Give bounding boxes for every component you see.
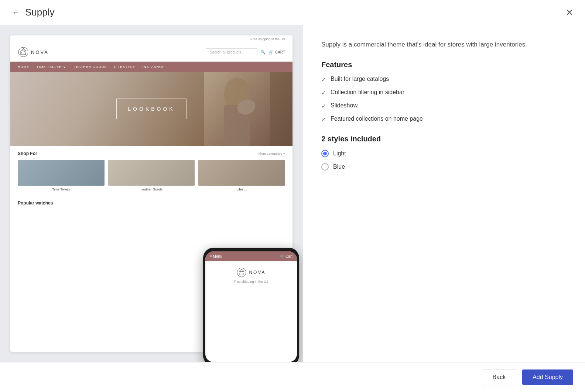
popular-title: Popular watches: [18, 200, 53, 206]
style-label-light: Light: [333, 150, 346, 157]
feature-item: ✓ Slideshow: [321, 102, 567, 110]
more-categories[interactable]: More categories +: [259, 152, 285, 155]
nav-timeteller[interactable]: TIME TELLER ∨: [37, 65, 66, 69]
section-header: Shop For More categories +: [18, 151, 285, 156]
feature-text: Collection filtering in sidebar: [331, 89, 404, 96]
feature-text: Built for large catalogs: [331, 76, 389, 82]
style-option-blue[interactable]: Blue: [321, 163, 567, 171]
phone-nav-bar: ≡ Menu 🛒 Cart: [205, 251, 292, 261]
cart-label: CART: [275, 50, 285, 54]
category-item: Leather Goods: [108, 160, 195, 191]
hero-text: LOOKBOOK: [128, 106, 175, 112]
svg-line-4: [23, 48, 26, 55]
nova-hero: LOOKBOOK: [10, 72, 292, 146]
close-icon[interactable]: ✕: [566, 8, 573, 17]
nova-nav: HOME TIME TELLER ∨ LEATHER GOODS LIFESTY…: [10, 62, 292, 72]
phone-logo-row: NOVA: [211, 267, 291, 278]
feature-text: Slideshow: [331, 102, 358, 109]
category-image-2: [108, 160, 195, 186]
phone-screen: ≡ Menu 🛒 Cart: [205, 251, 292, 352]
theme-description: Supply is a commercial theme that's idea…: [321, 40, 567, 49]
check-icon: ✓: [321, 76, 326, 83]
footer: Back Add Supply: [0, 362, 585, 392]
phone-shipping: Free shipping in the US: [211, 280, 291, 283]
phone-logo-text: NOVA: [249, 270, 266, 275]
category-label-2: Leather Goods: [108, 188, 195, 191]
svg-line-3: [21, 48, 23, 55]
nova-cart-button[interactable]: 🛒 CART: [268, 50, 285, 55]
shop-section-title: Shop For: [18, 151, 37, 156]
hero-overlay: LOOKBOOK: [116, 99, 186, 119]
nav-lifestyle[interactable]: LIFESTYLE: [114, 65, 135, 69]
feature-item: ✓ Featured collections on home page: [321, 116, 567, 123]
search-placeholder: Search all products...: [210, 50, 244, 54]
nova-top-bar: Free shipping in the US: [10, 35, 292, 43]
phone-cart: 🛒 Cart: [280, 254, 292, 258]
nova-logo-text: NOVA: [31, 49, 49, 55]
svg-marker-1: [21, 48, 26, 55]
category-label-1: Time Tellers: [18, 188, 105, 191]
category-list: Time Tellers Leather Goods Lifest...: [18, 160, 285, 191]
radio-blue[interactable]: [321, 163, 329, 171]
category-item: Lifest...: [198, 160, 285, 191]
header: ← Supply ✕: [0, 0, 585, 25]
style-option-light[interactable]: Light: [321, 150, 567, 157]
nav-instashop[interactable]: INSTASHOP: [143, 65, 165, 69]
phone-menu: ≡ Menu: [210, 254, 222, 258]
features-title: Features: [321, 61, 567, 69]
nova-search: Search all products... 🔍 🛒 CART: [206, 48, 285, 56]
svg-marker-10: [239, 269, 244, 275]
svg-line-13: [242, 269, 244, 275]
search-icon: 🔍: [260, 50, 266, 55]
category-image-1: [18, 160, 105, 186]
feature-list: ✓ Built for large catalogs ✓ Collection …: [321, 76, 567, 123]
style-label-blue: Blue: [333, 164, 345, 170]
popular-watches: Popular watches: [10, 196, 292, 210]
nova-search-box[interactable]: Search all products...: [206, 48, 257, 56]
main-content: Free shipping in the US NOVA Se: [0, 25, 585, 362]
nova-logo: NOVA: [18, 47, 49, 58]
phone-logo-area: NOVA Free shipping in the US: [205, 261, 292, 289]
back-button[interactable]: Back: [482, 369, 517, 385]
check-icon: ✓: [321, 116, 326, 123]
feature-text: Featured collections on home page: [331, 116, 423, 122]
nova-shop-section: Shop For More categories + Time Tellers …: [10, 146, 292, 196]
category-item: Time Tellers: [18, 160, 105, 191]
svg-line-12: [239, 269, 242, 275]
theme-preview: Free shipping in the US NOVA Se: [10, 35, 292, 352]
check-icon: ✓: [321, 89, 326, 96]
phone-body: ≡ Menu 🛒 Cart: [203, 248, 292, 352]
header-left: ← Supply: [12, 7, 55, 18]
back-arrow-icon[interactable]: ←: [12, 8, 20, 17]
preview-panel: Free shipping in the US NOVA Se: [0, 25, 303, 362]
radio-inner: [323, 152, 327, 155]
add-supply-button[interactable]: Add Supply: [522, 369, 573, 385]
cart-icon: 🛒: [268, 50, 274, 55]
nova-header: NOVA Search all products... 🔍 🛒 CART: [10, 43, 292, 62]
page-title: Supply: [25, 7, 55, 18]
styles-title: 2 styles included: [321, 135, 567, 143]
nav-leather[interactable]: LEATHER GOODS: [73, 65, 107, 69]
nav-home[interactable]: HOME: [18, 65, 29, 69]
feature-item: ✓ Collection filtering in sidebar: [321, 89, 567, 96]
check-icon: ✓: [321, 103, 326, 110]
info-panel: Supply is a commercial theme that's idea…: [303, 25, 585, 362]
phone-overlay: ≡ Menu 🛒 Cart: [203, 248, 292, 352]
category-label-3: Lifest...: [198, 188, 285, 191]
shipping-banner: Free shipping in the US: [250, 37, 285, 41]
radio-light[interactable]: [321, 150, 329, 157]
category-image-3: [198, 160, 285, 186]
feature-item: ✓ Built for large catalogs: [321, 76, 567, 83]
